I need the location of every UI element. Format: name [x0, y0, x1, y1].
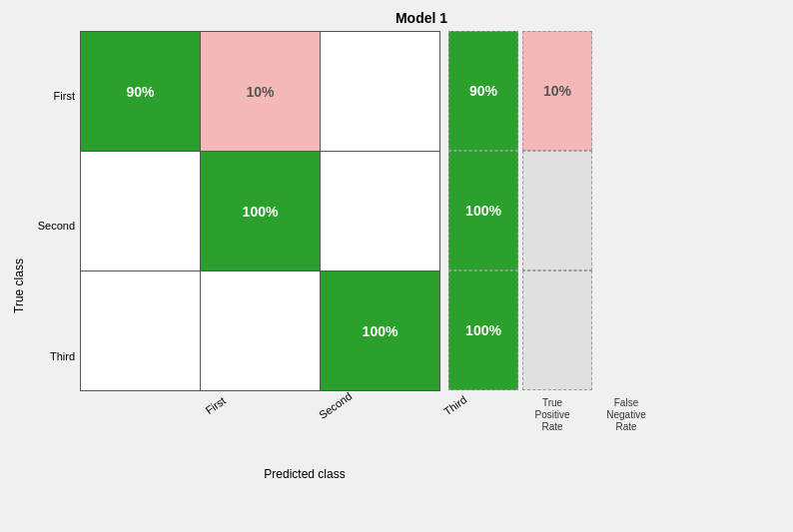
y-axis-label: True class [10, 31, 28, 481]
chart-container: Model 1 True class First Second Third 90… [0, 0, 793, 532]
fnr-col-label: FalseNegativeRate [591, 397, 661, 433]
summary-section: 90% 100% 100% 10% [448, 31, 592, 391]
y-row-labels: First Second Third [28, 31, 80, 481]
fnr-cell-1 [522, 151, 592, 270]
confusion-matrix: 90% 10% 100% 100% [80, 31, 440, 391]
y-label-third: Third [28, 350, 80, 362]
y-label-first: First [28, 90, 80, 102]
tpr-cell-0: 90% [448, 31, 518, 151]
x-col-labels: First Second Third [150, 391, 509, 437]
tpr-cell-1: 100% [448, 151, 518, 270]
cell-1-1: 100% [201, 152, 321, 271]
chart-title: Model 1 [60, 0, 783, 26]
cell-1-2 [321, 152, 440, 271]
cell-1-0 [81, 152, 201, 271]
tpr-col-label: TruePositiveRate [517, 397, 587, 433]
cell-2-0 [81, 271, 201, 391]
cell-0-0: 90% [81, 32, 201, 152]
fnr-cell-2 [522, 270, 592, 390]
x-axis-label: Predicted class [80, 467, 529, 481]
summary-col-labels: TruePositiveRate FalseNegativeRate [517, 391, 661, 433]
tpr-column: 90% 100% 100% [448, 31, 518, 390]
cell-0-2 [321, 32, 440, 152]
y-label-second: Second [28, 220, 80, 232]
fnr-cell-0: 10% [522, 31, 592, 151]
cell-0-1: 10% [201, 32, 321, 152]
fnr-column: 10% [522, 31, 592, 390]
